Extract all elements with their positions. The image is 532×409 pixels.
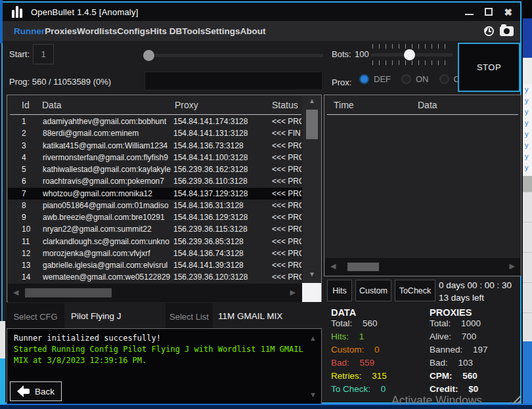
results-table-panel: Id Data Proxy Status 1 adamiyahthev@gmai… (7, 95, 322, 302)
stat-row: Hits: 1 (331, 332, 387, 345)
selected-config-value: Pilot Flying J (71, 311, 122, 321)
days-left-label: 13 days left (439, 293, 484, 303)
screenshot-camera-icon[interactable] (500, 26, 514, 36)
horizontal-scroll-thumb[interactable] (25, 288, 112, 297)
bots-label: Bots: (332, 49, 351, 59)
stats-section: DATA Total: 560 Hits: 1 Custom: (324, 304, 521, 405)
table-row[interactable]: 14 wemateen@gmail.com:we05122829 156.239… (8, 271, 302, 283)
menu-item[interactable]: Configs (117, 26, 150, 36)
stat-row: To Check: 0 (331, 384, 387, 397)
stat-row: Retries: 315 (331, 371, 387, 384)
select-cfg-button[interactable]: Select CFG (7, 303, 64, 330)
runner-controls: Start: Prog: 560 / 11053589 (0%) Bots: 1… (3, 41, 520, 95)
radio-icon (359, 74, 369, 84)
menu-item[interactable]: Wordlists (77, 26, 117, 36)
table-row[interactable]: 5 kathiwallestad@gmail.com:kaylakyle 156… (8, 163, 302, 175)
menu-item[interactable]: Runner (14, 26, 45, 36)
column-header-time: Time (334, 100, 354, 110)
bots-value: 100 (355, 49, 369, 59)
prox-label: Prox: (332, 77, 351, 87)
background-bottom-edge (0, 404, 532, 409)
table-row[interactable]: 3 katikat415@gmail.com:William1234 154.8… (8, 140, 302, 152)
back-button[interactable]: Back (10, 381, 62, 401)
scroll-up-icon[interactable]: ▲ (309, 334, 317, 342)
column-header-id: Id (22, 100, 30, 110)
select-list-button[interactable]: Select List (166, 303, 213, 330)
data-stats-rows: Total: 560 Hits: 1 Custom: 0 Bad: (331, 318, 387, 397)
proxies-stats-title: PROXIES (430, 304, 488, 318)
selector-row: Select CFG Pilot Flying J Select List 11… (3, 303, 322, 330)
stat-row: Alive: 700 (430, 332, 488, 345)
menu-item[interactable]: Tools (182, 26, 205, 36)
scroll-up-icon[interactable]: ▲ (303, 97, 321, 104)
openbullet-logo-icon (12, 6, 22, 18)
vertical-scrollbar[interactable]: ▲ ▼ (303, 96, 321, 283)
background-window-right-edge: yyyyyyyy (523, 0, 532, 405)
tab-custom[interactable]: Custom (355, 280, 391, 301)
bots-slider-thumb[interactable] (404, 49, 415, 60)
column-header-data: Data (42, 100, 62, 110)
window-title: OpenBullet 1.4.5 [Anomaly] (31, 7, 138, 17)
table-row[interactable]: 12 morozjenka@gmail.com:vfvjxrf 154.84.1… (8, 248, 302, 259)
selected-wordlist-value: 11M GMAIL MIX (218, 311, 282, 321)
vertical-scroll-thumb[interactable] (306, 110, 318, 139)
radio-icon (439, 74, 449, 84)
results-rows: 1 adamiyahthev@gmail.com:bobhunt 154.84.… (8, 116, 302, 284)
capture-horizontal-scrollbar[interactable]: ◀ ▶ (325, 258, 520, 276)
table-row[interactable]: 7 whotzou@gmail.com:monika12 154.84.137.… (8, 188, 302, 200)
column-header-status: Status (272, 100, 298, 110)
prox-radio-option[interactable]: DEF (359, 74, 391, 84)
column-header-proxy: Proxy (175, 100, 198, 110)
minimize-button[interactable] (465, 14, 474, 15)
start-slider-thumb[interactable] (143, 50, 154, 61)
menu-items: RunnerProxiesWordlistsConfigsHits DBTool… (14, 25, 266, 37)
table-row[interactable]: 10 nryan22@gmail.com:summit22 156.239.36… (8, 223, 302, 235)
table-row[interactable]: 1 adamiyahthev@gmail.com:bobhunt 154.84.… (8, 116, 302, 127)
maximize-button[interactable] (485, 8, 493, 16)
scroll-right-icon[interactable]: ▶ (510, 262, 515, 270)
horizontal-scrollbar[interactable]: ◀ ▶ (8, 284, 302, 302)
capture-table-panel: Time Data ◀ ▶ (324, 95, 521, 276)
scroll-down-icon[interactable]: ▼ (303, 270, 321, 278)
prox-radio-option[interactable]: ON (401, 74, 429, 84)
horizontal-scroll-thumb[interactable] (347, 263, 379, 271)
scroll-down-icon[interactable]: ▼ (309, 391, 317, 398)
table-row[interactable]: 6 roachtravis@gmail.com:pokemon7 156.239… (8, 175, 302, 187)
scroll-left-icon[interactable]: ◀ (330, 262, 336, 270)
menu-item[interactable]: Settings (205, 26, 240, 36)
log-panel: Runner initialized succesfully! Started … (7, 328, 322, 404)
bots-slider[interactable] (371, 44, 453, 66)
background-left-top-edge (0, 0, 3, 43)
tab-tocheck[interactable]: ToCheck (395, 280, 435, 301)
start-slider[interactable] (144, 54, 323, 57)
history-clock-icon[interactable] (484, 26, 494, 36)
scroll-right-icon[interactable]: ▶ (290, 288, 296, 297)
stat-row: Bad: 559 (331, 358, 387, 371)
menu-item[interactable]: Proxies (45, 26, 77, 36)
stop-button[interactable]: STOP (458, 43, 520, 92)
stat-row: CPM: 560 (430, 371, 488, 384)
menu-item[interactable]: Hits DB (150, 26, 183, 36)
progress-bar (144, 72, 322, 90)
table-row[interactable]: 2 88erdi@gmail.com:eminem 154.84.141.131… (8, 127, 302, 139)
scroll-left-icon[interactable]: ◀ (13, 288, 18, 297)
table-row[interactable]: 4 rivermonsterfan@gmail.com:flyfish9 154… (8, 152, 302, 163)
menu-item[interactable]: About (240, 26, 266, 36)
tab-hits[interactable]: Hits (327, 280, 352, 301)
table-row[interactable]: 13 gabrielle.iglesia@gmail.com:elvisrul … (8, 259, 302, 271)
hits-tabs-row: Hits Custom ToCheck 0 days 00 : 00 : 30 … (324, 279, 521, 304)
back-arrow-icon (17, 387, 30, 396)
log-line: Runner initialized succesfully! (14, 333, 311, 344)
table-row[interactable]: 11 clarkandlough.sc@gmail.com:unkno 156.… (8, 236, 302, 248)
background-left-cyan-edge (0, 358, 5, 404)
stat-row: Banned: 197 (430, 345, 488, 358)
start-input[interactable] (33, 44, 54, 64)
close-button[interactable]: ✖ (504, 7, 512, 17)
background-left-light-edge (0, 321, 5, 358)
column-header-capture-data: Data (418, 100, 437, 110)
stat-row: Bad: 103 (430, 358, 488, 371)
scrollbar-corner (302, 283, 321, 302)
table-row[interactable]: 9 awb.breezie@gmail.com:bre10291 154.84.… (8, 211, 302, 223)
table-row[interactable]: 8 piano051864@gmail.com:01madiso 154.84.… (8, 200, 302, 211)
progress-label: Prog: 560 / 11053589 (0%) (9, 77, 111, 87)
